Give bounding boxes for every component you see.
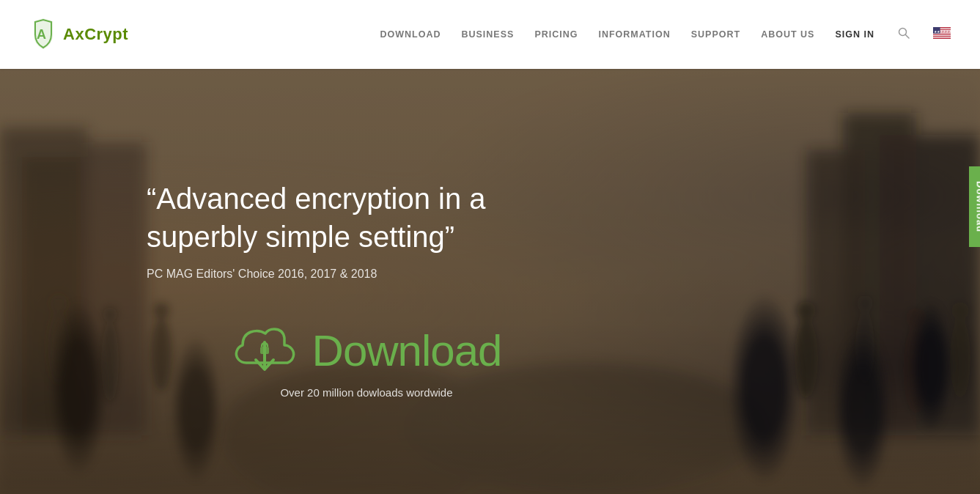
svg-point-27 [795,318,818,399]
svg-rect-10 [933,37,951,38]
svg-line-3 [906,35,910,39]
hero-subtitle: PC MAG Editors' Choice 2016, 2017 & 2018 [147,268,586,281]
svg-rect-18 [843,113,916,435]
hero-section: “Advanced encryption in a superbly simpl… [0,69,980,494]
main-nav: DOWNLOAD BUSINESS PRICING INFORMATION SU… [380,27,951,42]
svg-point-31 [903,325,929,413]
nav-business[interactable]: BUSINESS [461,29,514,40]
cloud-download-icon [232,322,298,380]
search-icon[interactable] [898,27,910,42]
logo-icon: A [29,18,57,51]
svg-rect-19 [880,135,980,435]
svg-point-29 [855,311,874,384]
nav-pricing[interactable]: PRICING [534,29,578,40]
svg-point-33 [950,318,970,399]
hero-content: “Advanced encryption in a superbly simpl… [0,165,586,399]
hero-quote: “Advanced encryption in a superbly simpl… [147,180,586,256]
svg-rect-20 [806,150,865,435]
download-label[interactable]: Download [312,325,502,376]
nav-sign-in[interactable]: SIGN IN [835,29,874,40]
sidebar-download-button[interactable]: Download [969,166,981,247]
nav-about-us[interactable]: ABOUT US [761,29,814,40]
download-row[interactable]: Download [232,322,502,380]
download-section[interactable]: Download Over 20 million dowloads wordwi… [147,322,586,399]
svg-point-30 [857,295,873,311]
svg-point-34 [951,302,969,320]
logo[interactable]: A AxCrypt [29,18,128,51]
svg-point-28 [797,301,816,320]
language-flag[interactable]: ★★★★★★ [933,27,951,42]
svg-rect-8 [933,34,951,34]
nav-information[interactable]: INFORMATION [598,29,670,40]
nav-support[interactable]: SUPPORT [691,29,740,40]
svg-rect-39 [260,347,269,354]
nav-download[interactable]: DOWNLOAD [380,29,441,40]
svg-point-32 [906,308,926,328]
svg-rect-9 [933,35,951,36]
site-header: A AxCrypt DOWNLOAD BUSINESS PRICING INFO… [0,0,980,69]
download-sub: Over 20 million dowloads wordwide [280,386,452,399]
logo-text: AxCrypt [63,25,128,44]
svg-text:A: A [37,27,46,42]
svg-text:★★★★★★: ★★★★★★ [934,29,951,34]
